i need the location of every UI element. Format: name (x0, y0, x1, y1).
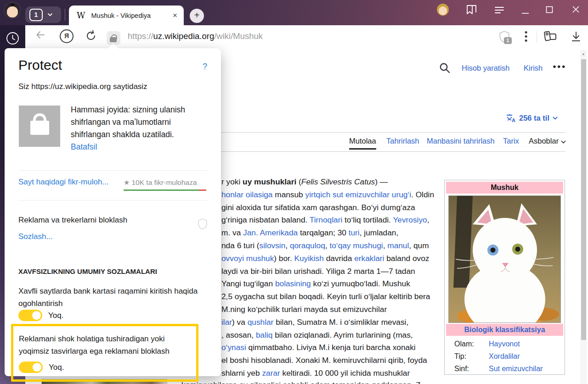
login-link[interactable]: Kirish (524, 64, 543, 72)
tab-close-icon[interactable]: × (173, 11, 177, 20)
site-security-lock-button[interactable] (107, 31, 120, 45)
taxo-value-link[interactable]: Hayvonot (489, 340, 520, 348)
toolbar-more-icon[interactable]: ••• (524, 30, 528, 43)
tab-tarix[interactable]: Tarix (503, 137, 519, 145)
chevron-down-icon[interactable] (47, 13, 53, 17)
language-selector[interactable]: A 256 ta til (506, 113, 558, 122)
taxo-value-link[interactable]: Sut emizuvchilar (489, 365, 543, 373)
highlighted-setting: Reklamani shok holatiga tushiradigan yok… (11, 324, 198, 382)
protect-shield-icon[interactable]: 1 (498, 31, 514, 45)
article-line: , asosan, baliq bilan oziqlanadi. Ayrim … (221, 330, 413, 340)
article-link[interactable]: manul (387, 241, 409, 250)
article-link[interactable]: bolasining (275, 279, 311, 288)
bank-card-warning-toggle[interactable] (18, 310, 42, 321)
tab-group-pill[interactable]: 1 (25, 6, 61, 23)
article-link[interactable]: oʻynasi (221, 343, 246, 352)
bookmarks-icon[interactable] (465, 4, 478, 18)
article-link[interactable]: Yevrosiyo (393, 215, 427, 224)
account-avatar[interactable] (437, 4, 449, 16)
chevron-down-icon (561, 140, 566, 144)
adblock-title: Reklama va trekerlarni bloklash (18, 216, 127, 225)
article-line: el boshi hisoblanadi. Xonaki M. kemiruvc… (221, 356, 427, 365)
details-link[interactable]: Batafsil (71, 142, 97, 152)
classification-section-link[interactable]: Biologik klassifikatsiya (446, 324, 563, 336)
tab-counter: 1 (29, 9, 43, 21)
scrollbar-up-arrow[interactable]: ▲ (580, 51, 587, 57)
tab-title: Mushuk - Vikipediya (91, 12, 173, 19)
star-icon: ★ (124, 178, 130, 186)
article-link[interactable]: Tirnoqlari (310, 215, 342, 224)
article-link[interactable]: ilar (221, 317, 232, 327)
collections-icon[interactable] (543, 30, 558, 45)
article-line: r yoki uy mushuklari (Felis Silvestris C… (221, 177, 388, 187)
close-window-icon[interactable] (572, 6, 580, 15)
profile-avatar[interactable] (5, 2, 20, 18)
download-icon[interactable] (570, 31, 582, 45)
article-link[interactable]: qoraquloq (290, 241, 325, 250)
adblock-settings-link[interactable]: Sozlash... (18, 232, 53, 241)
maximize-button[interactable] (546, 6, 553, 15)
browser-toolbar: Я https://uz.wikipedia.org/wiki/Mushuk 1… (25, 25, 588, 48)
yandex-services-button[interactable]: Я (60, 29, 74, 43)
article-line: oʻynasi qimmatbaho. Liviya M.i kenja tur… (221, 343, 416, 352)
taxo-row: Olam: Hayvonot (446, 336, 563, 348)
create-account-link[interactable]: Hisob yaratish (462, 64, 510, 72)
minimize-button[interactable] (521, 6, 529, 17)
search-icon[interactable] (439, 62, 451, 76)
article-link[interactable]: toʻqay mushugi (329, 241, 383, 250)
menu-icon[interactable] (495, 6, 504, 16)
tools-dropdown[interactable]: Asboblar (529, 137, 566, 145)
article-line: shlarni yeb zarar keltiradi. 10 000 yil … (221, 368, 410, 378)
protect-badge-count: 1 (504, 37, 512, 44)
article-line: nda 6 turi (silovsin, qoraquloq, toʻqay … (221, 241, 429, 250)
article-link[interactable]: turi (349, 228, 360, 237)
site-feedback-link[interactable]: Sayt haqidagi fikr-muloh... (18, 178, 109, 187)
browser-window: Hisob yaratish Kirish ●●● A 256 ta til M… (0, 0, 588, 384)
article-link[interactable]: silovsin (260, 241, 286, 250)
shocking-ads-block-text: Reklamani shok holatiga tushiradigan yok… (19, 333, 189, 357)
article-line: ovvoyi mushuk) bor. Kuyikish davrida erk… (221, 254, 429, 263)
help-link[interactable]: ? (203, 62, 207, 72)
refresh-button[interactable] (85, 30, 97, 44)
article-link[interactable]: baliq (256, 330, 273, 339)
tab-tahrirlash[interactable]: Tahrirlash (386, 137, 419, 145)
taxobox-title: Mushuk (446, 182, 563, 194)
languages-icon: A (506, 113, 516, 122)
divider (18, 170, 207, 171)
taxo-value-link[interactable]: Xordalilar (489, 352, 520, 361)
article-link[interactable]: yirtqich sut emizuvchilar urugʻi (305, 190, 412, 199)
tab-mutolaa[interactable]: Mutolaa (349, 137, 376, 150)
article-link[interactable]: qushlar (248, 317, 274, 327)
connection-status-text: Hammasi joyida: sizning ulanish shifrlan… (71, 104, 205, 141)
article-line: 2,5 oygacha sut bilan boqadi. Keyin turl… (221, 292, 430, 301)
article-link[interactable]: Kuyikish (294, 254, 323, 263)
article-link[interactable]: honlar oilasiga (221, 190, 272, 199)
article-line: gʻriniga nisbatan baland. Tirnoqlari toʻ… (221, 215, 430, 225)
protect-title: Protect (18, 57, 62, 73)
address-bar[interactable]: https://uz.wikipedia.org/wiki/Mushuk (128, 31, 263, 41)
article-line: Yangi tugʻilgan bolasining koʻzi yumuqbo… (221, 279, 410, 289)
article-link[interactable]: Jan. Amerikada (243, 228, 298, 237)
article-line: laydi va bir-biri bilan urishadi. Yiliga… (221, 267, 415, 276)
back-button[interactable] (34, 29, 46, 43)
article-link[interactable]: zarar (262, 368, 280, 378)
browser-topbar: 1 W Mushuk - Vikipediya × + (0, 0, 588, 25)
shocking-ads-block-toggle[interactable] (19, 362, 43, 373)
cat-photo[interactable] (448, 195, 561, 323)
secure-connection-tile (19, 106, 60, 147)
scrollbar-thumb[interactable] (581, 59, 586, 340)
site-rating: ★10K ta fikr-mulohaza (124, 178, 197, 187)
new-tab-button[interactable]: + (190, 9, 204, 23)
history-icon[interactable] (6, 32, 19, 47)
tab-manbasini-tahrirlash[interactable]: Manbasini tahrirlash (427, 137, 495, 145)
rating-bar (124, 189, 206, 191)
article-link[interactable]: ovvoyi mushuk (221, 254, 274, 263)
header-more-icon[interactable]: ●●● (553, 63, 566, 70)
site-identity-text: Siz https://uz.wikipedia.org saytidasiz (18, 82, 147, 91)
protect-panel: Protect ? Siz https://uz.wikipedia.org s… (5, 48, 221, 376)
article-line: m. va Jan. Amerikada tarqalgan; 30 turi,… (221, 228, 398, 238)
article-line: M.ning koʻpchilik turlari mayda sut emiz… (221, 305, 387, 314)
active-tab[interactable]: W Mushuk - Vikipediya × (69, 6, 184, 25)
article-link[interactable]: erkaklari (354, 254, 384, 263)
page-scrollbar[interactable]: ▲ (580, 50, 587, 384)
